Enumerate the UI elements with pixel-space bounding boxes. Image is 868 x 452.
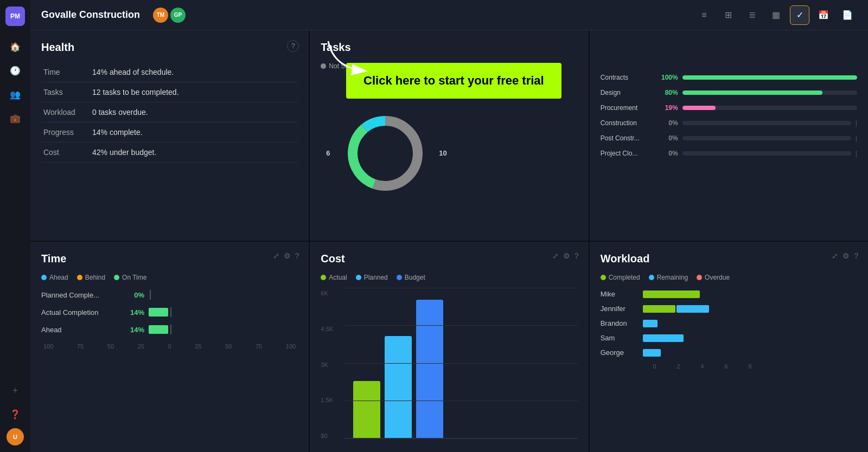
workload-bars xyxy=(643,349,661,357)
user-avatar[interactable]: U xyxy=(7,428,24,445)
task-bar-label: Construction xyxy=(601,119,655,127)
workload-person-row: Mike xyxy=(601,290,857,298)
app-logo[interactable]: PM xyxy=(5,7,25,26)
task-bar-fill xyxy=(682,106,716,110)
sidebar-item-help[interactable]: ❓ xyxy=(5,404,25,424)
time-panel-controls: ⤢ ⚙ ? xyxy=(273,251,299,260)
health-row-label: Cost xyxy=(41,143,90,163)
avatar-gp[interactable]: GP xyxy=(170,8,186,23)
workload-person-row: Jennifer xyxy=(601,305,857,313)
hbar-fill xyxy=(149,308,168,317)
workload-person-name: Sam xyxy=(601,334,639,342)
legend-label: Completed xyxy=(609,274,640,281)
time-legend: AheadBehindOn Time xyxy=(41,274,298,281)
legend-label: Actual xyxy=(329,274,347,281)
health-row-label: Progress xyxy=(41,122,90,143)
cost-legend-item: Planned xyxy=(356,274,388,281)
cost-legend-item: Actual xyxy=(321,274,347,281)
legend-label: On Time xyxy=(122,274,146,281)
health-row-label: Time xyxy=(41,62,90,82)
workload-person-name: Mike xyxy=(601,290,639,298)
task-bar-pct: 100% xyxy=(659,74,678,81)
time-axis-label: 100 xyxy=(43,343,53,350)
workload-settings-icon[interactable]: ⚙ xyxy=(843,251,850,260)
time-legend-item: On Time xyxy=(114,274,146,281)
completed-bar xyxy=(643,290,700,298)
docs-view-btn[interactable]: 📄 xyxy=(838,5,857,25)
cost-legend: ActualPlannedBudget xyxy=(321,274,577,281)
hbar-fill xyxy=(149,325,168,334)
hbar-tick xyxy=(150,290,151,300)
board-view-btn[interactable]: ⊞ xyxy=(718,5,738,25)
time-legend-item: Behind xyxy=(77,274,105,281)
donut-svg xyxy=(342,110,429,197)
workload-rows: Mike Jennifer Brandon Sam George xyxy=(601,290,857,357)
cost-settings-icon[interactable]: ⚙ xyxy=(563,251,570,260)
time-help-icon[interactable]: ? xyxy=(295,251,299,260)
calendar-view-btn[interactable]: 📅 xyxy=(814,5,833,25)
completed-bar xyxy=(643,305,675,313)
workload-expand-icon[interactable]: ⤢ xyxy=(832,251,838,260)
time-row-bar xyxy=(149,325,171,334)
cost-expand-icon[interactable]: ⤢ xyxy=(552,251,559,260)
remaining-bar xyxy=(643,320,658,327)
sidebar-item-home[interactable]: 🏠 xyxy=(5,37,25,56)
task-bar-row: Procurement 19% xyxy=(601,104,857,112)
tasks-panel: Tasks Click here to start your free tria… xyxy=(310,30,588,241)
time-row-bar xyxy=(149,290,151,300)
workload-person-name: George xyxy=(601,348,639,357)
workload-help-icon[interactable]: ? xyxy=(854,251,858,260)
time-axis-label: 100 xyxy=(286,343,296,350)
workload-bars xyxy=(643,334,684,342)
workload-legend: CompletedRemainingOverdue xyxy=(601,274,857,281)
task-bar-label: Design xyxy=(601,89,655,96)
sidebar-item-briefcase[interactable]: 💼 xyxy=(5,108,25,128)
time-panel: Time ⤢ ⚙ ? AheadBehindOn Time Planned Co… xyxy=(30,242,309,452)
sidebar: PM 🏠 🕐 👥 💼 ＋ ❓ U xyxy=(0,0,30,452)
chart-view-btn[interactable]: ✓ xyxy=(790,5,809,25)
table-view-btn[interactable]: ▦ xyxy=(766,5,786,25)
free-trial-banner[interactable]: Click here to start your free trial xyxy=(346,63,561,99)
cost-y1: 1.5K xyxy=(321,397,342,403)
health-row: Time14% ahead of schedule. xyxy=(41,62,298,82)
legend-dot xyxy=(356,275,361,280)
main-content: Govalle Construction TM GP ≡ ⊞ ≣ ▦ ✓ 📅 📄… xyxy=(30,0,868,452)
cost-help-icon[interactable]: ? xyxy=(575,251,579,260)
time-row-pct: 14% xyxy=(122,308,144,317)
time-axis-label: 75 xyxy=(77,343,84,350)
workload-legend-item: Remaining xyxy=(649,274,688,281)
workload-legend-item: Overdue xyxy=(697,274,730,281)
legend-dot xyxy=(697,275,702,280)
time-row-pct: 0% xyxy=(122,291,144,299)
workload-axis-label: 4 xyxy=(691,363,714,370)
workload-person-name: Brandon xyxy=(601,319,639,327)
timeline-view-btn[interactable]: ≣ xyxy=(742,5,762,25)
list-view-btn[interactable]: ≡ xyxy=(694,5,714,25)
workload-legend-item: Completed xyxy=(601,274,640,281)
time-settings-icon[interactable]: ⚙ xyxy=(284,251,291,260)
time-expand-icon[interactable]: ⤢ xyxy=(273,251,279,260)
legend-label: Behind xyxy=(85,274,105,281)
project-title: Govalle Construction xyxy=(41,9,140,21)
task-bar-pct: 80% xyxy=(659,89,678,96)
sidebar-item-clock[interactable]: 🕐 xyxy=(5,61,25,80)
remaining-bar xyxy=(643,349,661,357)
tasks-content: 2 6 10 xyxy=(321,76,577,230)
sidebar-item-add[interactable]: ＋ xyxy=(5,380,25,400)
workload-bars xyxy=(643,320,658,327)
health-row: Workload0 tasks overdue. xyxy=(41,102,298,122)
time-bar-chart: Planned Comple... 0% Actual Completion 1… xyxy=(41,290,298,334)
legend-dot xyxy=(321,275,326,280)
sidebar-item-users[interactable]: 👥 xyxy=(5,85,25,104)
task-bar-fill xyxy=(682,91,822,95)
time-row-label: Ahead xyxy=(41,326,117,334)
time-row-pct: 14% xyxy=(122,326,144,334)
zero-indicator: | xyxy=(856,150,857,157)
time-bar-row: Actual Completion 14% xyxy=(41,307,298,317)
remaining-bar xyxy=(643,334,684,342)
avatar-tm[interactable]: TM xyxy=(153,8,168,23)
task-bar-row: Contracts 100% xyxy=(601,74,857,81)
hbar-tick xyxy=(170,325,171,334)
workload-person-row: Brandon xyxy=(601,319,857,327)
legend-dot xyxy=(649,275,654,280)
